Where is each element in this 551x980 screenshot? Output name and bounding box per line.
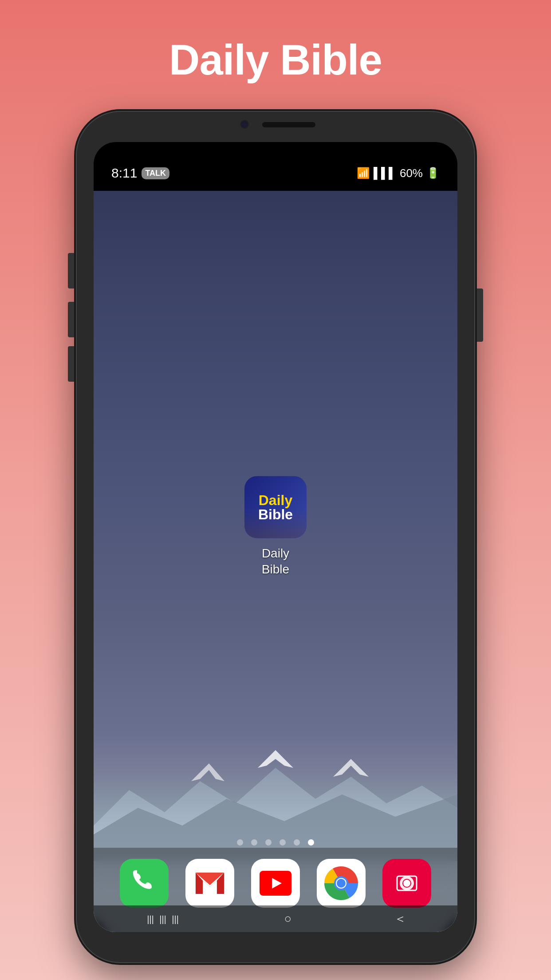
- dock-chrome-icon[interactable]: [317, 859, 366, 908]
- battery-icon: 🔋: [426, 167, 440, 179]
- status-bar: 8:11 TALK 📶 ▌▌▌ 60% 🔋: [94, 142, 457, 191]
- svg-marker-3: [191, 763, 224, 781]
- svg-point-16: [403, 880, 410, 887]
- app-icon-container[interactable]: Daily Bible Daily Bible: [244, 476, 307, 578]
- phone-frame: 8:11 TALK 📶 ▌▌▌ 60% 🔋 Daily Bible Daily …: [76, 111, 475, 963]
- app-icon-bible-text: Bible: [258, 507, 293, 522]
- app-label: Daily Bible: [262, 545, 289, 578]
- svg-marker-2: [333, 759, 369, 777]
- dock-phone-icon[interactable]: [120, 859, 169, 908]
- page-indicator: [94, 839, 457, 846]
- nav-bar: ⫼⫼⫼ ○ ＜: [94, 905, 457, 932]
- dock-youtube-icon[interactable]: [251, 859, 300, 908]
- dot-4: [279, 839, 286, 846]
- dot-2: [251, 839, 257, 846]
- svg-point-11: [337, 879, 346, 888]
- signal-icon: ▌▌▌: [374, 167, 396, 179]
- camera: [240, 120, 249, 129]
- wifi-icon: 📶: [357, 167, 370, 179]
- phone-screen: 8:11 TALK 📶 ▌▌▌ 60% 🔋 Daily Bible Daily …: [94, 142, 457, 932]
- talk-badge: TALK: [142, 167, 169, 179]
- time-display: 8:11: [111, 166, 137, 181]
- dot-1: [237, 839, 243, 846]
- battery-display: 60%: [400, 166, 423, 180]
- dock-gmail-icon[interactable]: [185, 859, 234, 908]
- dock-screenrec-icon[interactable]: [382, 859, 431, 908]
- page-title-text: Daily Bible: [169, 36, 382, 84]
- home-icon[interactable]: ○: [284, 912, 292, 926]
- back-icon[interactable]: ＜: [394, 910, 406, 927]
- app-icon-daily-text: Daily: [259, 493, 292, 507]
- speaker: [262, 122, 315, 127]
- dot-5: [294, 839, 300, 846]
- dot-3: [265, 839, 272, 846]
- app-icon[interactable]: Daily Bible: [244, 476, 307, 538]
- dot-6[interactable]: [308, 839, 314, 846]
- svg-marker-1: [258, 750, 293, 768]
- recents-icon[interactable]: ⫼⫼⫼: [145, 912, 182, 926]
